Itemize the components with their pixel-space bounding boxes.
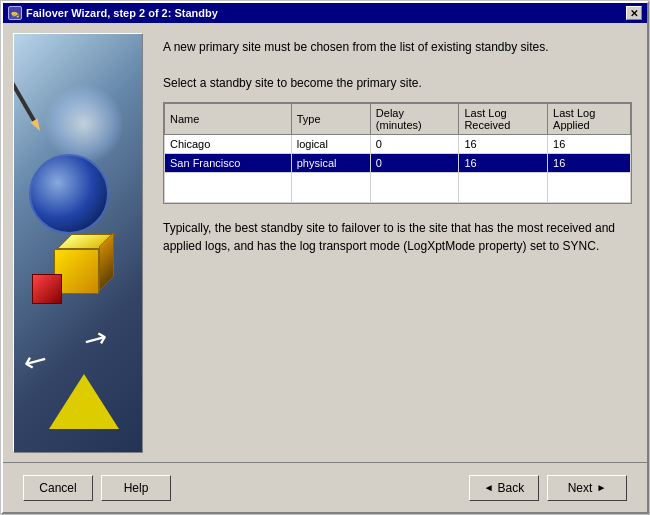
col-header-type: Type xyxy=(291,104,370,135)
glow-effect xyxy=(44,84,124,164)
cell-llr-chicago: 16 xyxy=(459,135,548,154)
footer-right-buttons: ◄ Back Next ► xyxy=(469,475,627,501)
window-title: Failover Wizard, step 2 of 2: Standby xyxy=(26,7,218,19)
arrow2-icon: ↙ xyxy=(77,320,113,360)
footer: Cancel Help ◄ Back Next ► xyxy=(3,462,647,512)
col-header-last-log-received: Last LogReceived xyxy=(459,104,548,135)
next-button[interactable]: Next ► xyxy=(547,475,627,501)
instruction-line1: A new primary site must be chosen from t… xyxy=(163,38,632,92)
wand-icon xyxy=(13,54,38,125)
cell-name-sf: San Francisco xyxy=(165,154,292,173)
table-header-row: Name Type Delay(minutes) Last LogReceive… xyxy=(165,104,631,135)
table-row-empty xyxy=(165,173,631,203)
cell-delay-chicago: 0 xyxy=(370,135,459,154)
footer-left-buttons: Cancel Help xyxy=(23,475,171,501)
globe-icon xyxy=(29,154,109,234)
title-bar: 🧙 Failover Wizard, step 2 of 2: Standby … xyxy=(3,3,647,23)
cell-llr-sf: 16 xyxy=(459,154,548,173)
close-button[interactable]: ✕ xyxy=(626,6,642,20)
back-label: Back xyxy=(498,481,525,495)
window-icon: 🧙 xyxy=(8,6,22,20)
red-cube-icon xyxy=(24,264,64,304)
cell-type-sf: physical xyxy=(291,154,370,173)
cell-name-chicago: Chicago xyxy=(165,135,292,154)
cell-lla-sf: 16 xyxy=(548,154,631,173)
col-header-last-log-applied: Last LogApplied xyxy=(548,104,631,135)
main-content: ↙ ↙ A new primary site must be chosen fr… xyxy=(3,23,647,462)
pyramid-icon xyxy=(49,374,119,429)
back-chevron-icon: ◄ xyxy=(484,482,494,493)
back-button[interactable]: ◄ Back xyxy=(469,475,539,501)
next-chevron-icon: ► xyxy=(596,482,606,493)
table-row-selected[interactable]: San Francisco physical 0 16 16 xyxy=(165,154,631,173)
next-label: Next xyxy=(568,481,593,495)
cancel-button[interactable]: Cancel xyxy=(23,475,93,501)
wizard-art: ↙ ↙ xyxy=(14,34,142,452)
wizard-window: 🧙 Failover Wizard, step 2 of 2: Standby … xyxy=(1,1,649,514)
decorative-panel: ↙ ↙ xyxy=(13,33,143,453)
col-header-delay: Delay(minutes) xyxy=(370,104,459,135)
cell-lla-chicago: 16 xyxy=(548,135,631,154)
sites-table: Name Type Delay(minutes) Last LogReceive… xyxy=(164,103,631,203)
table-row[interactable]: Chicago logical 0 16 16 xyxy=(165,135,631,154)
right-panel: A new primary site must be chosen from t… xyxy=(153,33,637,452)
hint-text: Typically, the best standby site to fail… xyxy=(163,219,632,255)
col-header-name: Name xyxy=(165,104,292,135)
sites-table-container: Name Type Delay(minutes) Last LogReceive… xyxy=(163,102,632,204)
help-button[interactable]: Help xyxy=(101,475,171,501)
cell-type-chicago: logical xyxy=(291,135,370,154)
cell-delay-sf: 0 xyxy=(370,154,459,173)
